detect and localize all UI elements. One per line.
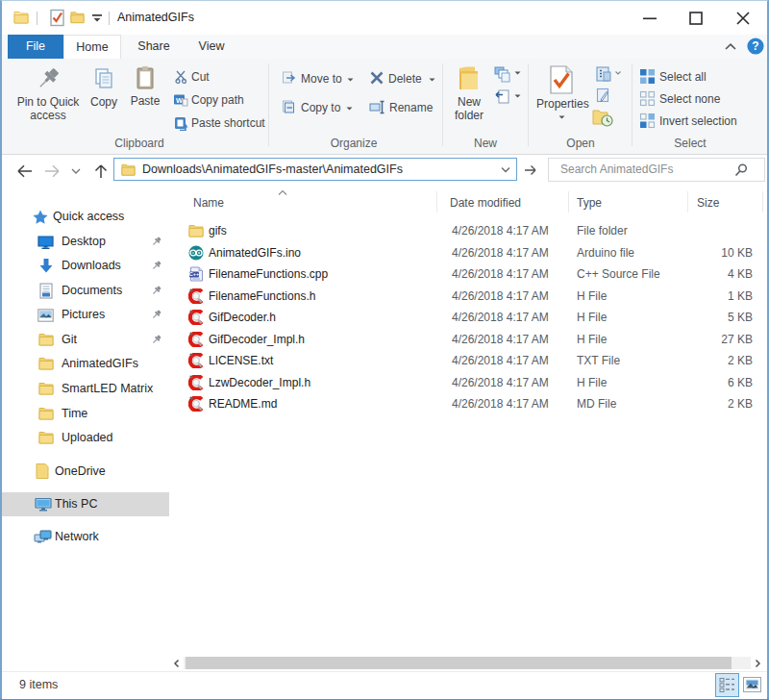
svg-text:C++: C++ [189,271,199,277]
svg-text:?: ? [752,39,758,53]
